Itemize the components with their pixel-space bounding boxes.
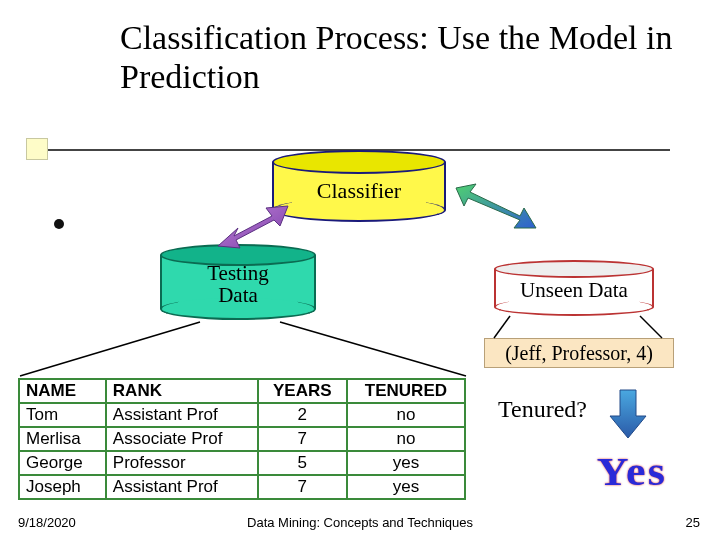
svg-marker-4 [610,390,646,438]
col-rank: RANK [106,379,258,403]
table-cell: 5 [258,451,347,475]
footer-title: Data Mining: Concepts and Techniques [0,515,720,530]
table-row: MerlisaAssociate Prof7no [19,427,465,451]
col-years: YEARS [258,379,347,403]
page-title: Classification Process: Use the Model in… [120,18,680,96]
table-cell: Assistant Prof [106,475,258,499]
connector-testing-to-table [18,320,478,380]
table-cell: 7 [258,475,347,499]
table-cell: Joseph [19,475,106,499]
table-cell: Tom [19,403,106,427]
svg-line-2 [494,316,510,338]
col-name: NAME [19,379,106,403]
arrow-down-icon [608,388,648,440]
table-row: GeorgeProfessor5yes [19,451,465,475]
table-cell: Assistant Prof [106,403,258,427]
classifier-label: Classifier [272,178,446,204]
connector-unseen-to-tuple [490,312,670,342]
footer-page-number: 25 [686,515,700,530]
table-header-row: NAME RANK YEARS TENURED [19,379,465,403]
testing-data-table: NAME RANK YEARS TENURED TomAssistant Pro… [18,378,466,500]
table-row: JosephAssistant Prof7yes [19,475,465,499]
svg-line-5 [20,322,200,376]
table-cell: 7 [258,427,347,451]
table-cell: George [19,451,106,475]
col-tenured: TENURED [347,379,465,403]
table-cell: Merlisa [19,427,106,451]
table-cell: yes [347,451,465,475]
arrow-testing-to-classifier [210,200,290,260]
testing-data-label: Testing Data [160,262,316,306]
classifier-node: Classifier [272,150,446,222]
arrow-classifier-to-unseen [450,178,540,238]
table-cell: no [347,403,465,427]
question-text: Tenured? [498,396,587,423]
table-cell: yes [347,475,465,499]
accent-square [26,138,48,160]
unseen-data-label: Unseen Data [494,278,654,303]
unseen-tuple: (Jeff, Professor, 4) [484,338,674,368]
svg-line-3 [640,316,662,338]
table-cell: Associate Prof [106,427,258,451]
svg-marker-1 [456,184,536,228]
table-cell: no [347,427,465,451]
table-cell: Professor [106,451,258,475]
svg-marker-0 [218,206,288,248]
unseen-data-node: Unseen Data [494,260,654,316]
svg-line-6 [280,322,466,376]
table-cell: 2 [258,403,347,427]
bullet-dot [54,219,64,229]
table-row: TomAssistant Prof2no [19,403,465,427]
answer-text: Yes [597,448,667,495]
